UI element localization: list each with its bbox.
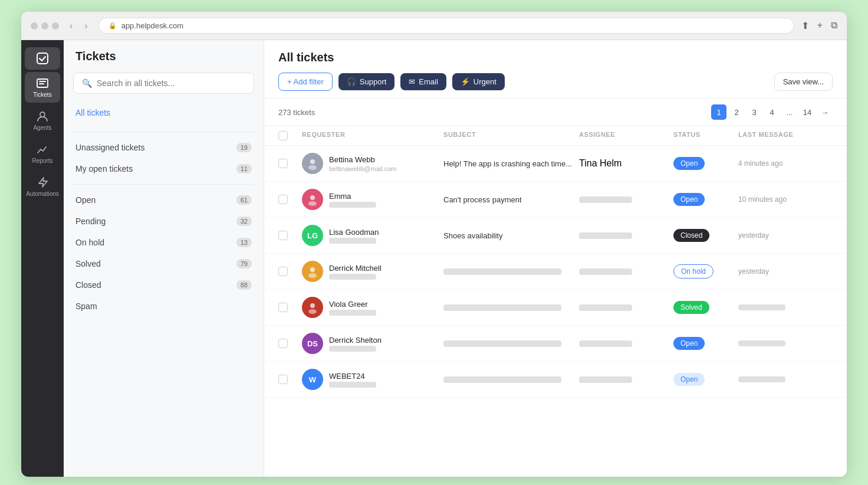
- last-message-text: 10 minutes ago: [738, 195, 787, 204]
- tickets-icon: [36, 77, 49, 90]
- browser-toolbar: ‹ › 🔒 app.helpdesk.com ⬆ + ⧉: [21, 12, 847, 40]
- sidebar-item-reports[interactable]: Reports: [25, 138, 60, 169]
- requester-info: Derrick Shelton: [329, 336, 382, 352]
- assignee-cell: [579, 232, 673, 239]
- status-cell: On hold: [673, 264, 738, 278]
- ticket-checkbox[interactable]: [278, 303, 288, 312]
- email-filter-label: Email: [419, 77, 438, 86]
- assignee-cell: [579, 268, 673, 275]
- requester-cell: LG Lisa Goodman: [302, 225, 443, 246]
- svg-point-5: [310, 195, 315, 200]
- subject-text: Help! The app is crashing each time...: [443, 159, 572, 168]
- avatar: LG: [302, 225, 323, 246]
- copy-icon[interactable]: ⧉: [831, 20, 837, 31]
- page-1-button[interactable]: 1: [711, 104, 726, 120]
- avatar: W: [302, 369, 323, 390]
- assignee-cell: [579, 340, 673, 347]
- url-text: app.helpdesk.com: [121, 21, 184, 30]
- lock-icon: 🔒: [108, 22, 117, 30]
- sidebar-nav-solved[interactable]: Solved79: [64, 253, 264, 274]
- sidebar-nav-my-open-tickets[interactable]: My open tickets11: [64, 158, 264, 179]
- sidebar-nav-on-hold[interactable]: On hold13: [64, 232, 264, 253]
- table-row[interactable]: Emma Can't process payment Open 10 minut…: [264, 182, 847, 218]
- all-tickets-link[interactable]: All tickets: [64, 103, 264, 122]
- svg-point-3: [310, 159, 315, 164]
- sidebar-item-logo[interactable]: [25, 47, 60, 70]
- sidebar-nav-badge: 61: [236, 195, 252, 205]
- requester-info: Derrick Mitchell: [329, 264, 382, 280]
- requester-email-placeholder: [329, 382, 376, 388]
- agents-label: Agents: [33, 124, 51, 131]
- email-filter-icon: ✉: [409, 77, 415, 86]
- search-input[interactable]: [97, 78, 245, 88]
- save-view-button[interactable]: Save view...: [774, 73, 833, 91]
- last-message-text: yesterday: [738, 267, 769, 276]
- page-14-button[interactable]: 14: [800, 104, 815, 120]
- last-message-placeholder: [738, 340, 785, 346]
- page-3-button[interactable]: 3: [747, 104, 762, 120]
- support-filter-button[interactable]: 🎧 Support: [338, 73, 395, 90]
- svg-point-7: [310, 267, 315, 272]
- sidebar-nav-open[interactable]: Open61: [64, 189, 264, 211]
- svg-point-8: [308, 273, 317, 278]
- avatar: [302, 297, 323, 318]
- requester-name: Emma: [329, 192, 376, 201]
- browser-actions: ⬆ + ⧉: [801, 20, 837, 31]
- table-row[interactable]: W WEBET24 Open: [264, 362, 847, 398]
- subject-text: Shoes availability: [443, 231, 502, 240]
- ticket-checkbox[interactable]: [278, 375, 288, 384]
- sidebar-nav-unassigned-tickets[interactable]: Unassigned tickets19: [64, 137, 264, 158]
- new-tab-icon[interactable]: +: [817, 20, 823, 31]
- select-all-checkbox[interactable]: [278, 131, 288, 140]
- ticket-checkbox[interactable]: [278, 267, 288, 276]
- page-4-button[interactable]: 4: [764, 104, 780, 120]
- sidebar-item-tickets[interactable]: Tickets: [25, 72, 60, 103]
- browser-window: ‹ › 🔒 app.helpdesk.com ⬆ + ⧉: [21, 12, 847, 477]
- table-row[interactable]: DS Derrick Shelton Open: [264, 326, 847, 362]
- sidebar-item-automations[interactable]: Automations: [25, 171, 60, 202]
- assignee-placeholder: [579, 268, 632, 275]
- last-message-cell: yesterday: [738, 231, 833, 240]
- table-row[interactable]: Viola Greer Solved: [264, 290, 847, 326]
- assignee-cell: Tina Helm: [579, 158, 673, 169]
- sidebar-nav-closed[interactable]: Closed88: [64, 274, 264, 296]
- browser-nav: ‹ ›: [66, 19, 91, 32]
- last-message-placeholder: [738, 376, 785, 382]
- page-2-button[interactable]: 2: [729, 104, 744, 120]
- nav-forward-button[interactable]: ›: [81, 19, 91, 32]
- requester-cell: Bettina Webb bettinawebb@mail.com: [302, 153, 443, 174]
- last-message-text: 4 minutes ago: [738, 159, 782, 168]
- nav-back-button[interactable]: ‹: [66, 19, 76, 32]
- assignee-cell: [579, 376, 673, 383]
- sidebar-nav-badge: 11: [236, 164, 252, 173]
- requester-info: Lisa Goodman: [329, 228, 379, 244]
- page-next-button[interactable]: →: [817, 104, 833, 120]
- urgent-filter-label: Urgent: [474, 77, 497, 86]
- status-cell: Open: [673, 157, 738, 170]
- urgent-filter-button[interactable]: ⚡ Urgent: [452, 73, 505, 90]
- sidebar-nav-label: Spam: [75, 302, 97, 311]
- requester-email-placeholder: [329, 310, 376, 316]
- sidebar-item-agents[interactable]: Agents: [25, 105, 60, 136]
- sidebar-nav-pending[interactable]: Pending32: [64, 211, 264, 232]
- svg-point-6: [308, 201, 317, 206]
- last-message-cell: 4 minutes ago: [738, 159, 833, 168]
- last-message-cell: [738, 340, 833, 346]
- ticket-checkbox[interactable]: [278, 195, 288, 204]
- table-row[interactable]: Bettina Webb bettinawebb@mail.com Help! …: [264, 146, 847, 182]
- status-cell: Closed: [673, 229, 738, 242]
- sidebar-nav-spam[interactable]: Spam: [64, 296, 264, 317]
- header-status: STATUS: [673, 131, 738, 140]
- address-bar[interactable]: 🔒 app.helpdesk.com: [98, 18, 794, 34]
- table-row[interactable]: LG Lisa Goodman Shoes availability Close…: [264, 218, 847, 254]
- header-subject: SUBJECT: [443, 131, 579, 140]
- status-cell: Solved: [673, 301, 738, 314]
- email-filter-button[interactable]: ✉ Email: [400, 73, 446, 90]
- ticket-checkbox[interactable]: [278, 159, 288, 168]
- search-box[interactable]: 🔍: [73, 73, 254, 94]
- add-filter-button[interactable]: + Add filter: [278, 73, 333, 91]
- share-icon[interactable]: ⬆: [801, 20, 809, 31]
- table-row[interactable]: Derrick Mitchell On hold yesterday: [264, 254, 847, 290]
- ticket-checkbox[interactable]: [278, 339, 288, 348]
- ticket-checkbox[interactable]: [278, 231, 288, 240]
